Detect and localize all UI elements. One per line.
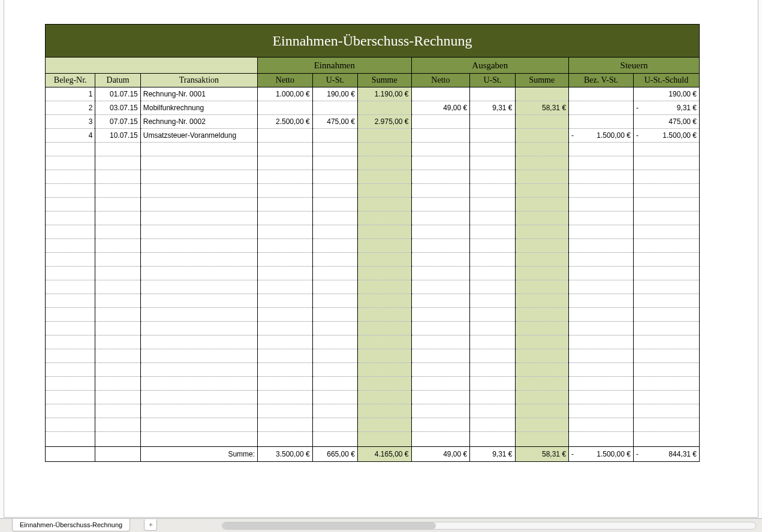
cell-a_ust[interactable]: 9,31 € xyxy=(470,101,515,115)
cell-a_netto[interactable] xyxy=(411,267,470,280)
cell-e_ust[interactable] xyxy=(312,267,357,280)
scrollbar-thumb[interactable] xyxy=(222,522,436,529)
cell-transaktion[interactable] xyxy=(140,280,257,294)
cell-transaktion[interactable] xyxy=(140,211,257,225)
table-row[interactable] xyxy=(46,349,700,363)
cell-beleg[interactable] xyxy=(46,349,95,363)
cell-a_ust[interactable] xyxy=(470,404,515,418)
cell-e_ust[interactable] xyxy=(312,349,357,363)
cell-e_summe[interactable] xyxy=(357,322,411,335)
cell-e_summe[interactable] xyxy=(357,101,411,115)
cell-e_ust[interactable] xyxy=(312,322,357,335)
cell-ust_schuld[interactable] xyxy=(633,184,699,198)
cell-a_summe[interactable] xyxy=(515,294,569,308)
cell-e_summe[interactable] xyxy=(357,156,411,170)
cell-a_summe[interactable] xyxy=(515,170,569,184)
cell-a_ust[interactable] xyxy=(470,280,515,294)
cell-beleg[interactable] xyxy=(46,211,95,225)
cell-e_summe[interactable] xyxy=(357,143,411,156)
cell-e_summe[interactable] xyxy=(357,184,411,198)
cell-a_summe[interactable] xyxy=(515,280,569,294)
cell-ust_schuld[interactable] xyxy=(633,225,699,239)
cell-a_netto[interactable] xyxy=(411,391,470,404)
cell-ust_schuld[interactable]: 475,00 € xyxy=(633,115,699,129)
table-row[interactable] xyxy=(46,308,700,322)
cell-e_netto[interactable]: 2.500,00 € xyxy=(258,115,313,129)
cell-beleg[interactable] xyxy=(46,170,95,184)
cell-a_ust[interactable] xyxy=(470,211,515,225)
cell-e_ust[interactable] xyxy=(312,308,357,322)
cell-e_ust[interactable] xyxy=(312,198,357,211)
cell-a_ust[interactable] xyxy=(470,129,515,143)
cell-transaktion[interactable] xyxy=(140,267,257,280)
table-row[interactable] xyxy=(46,184,700,198)
cell-e_summe[interactable] xyxy=(357,391,411,404)
cell-a_netto[interactable] xyxy=(411,418,470,432)
cell-bez_vst[interactable] xyxy=(569,184,634,198)
cell-bez_vst[interactable] xyxy=(569,404,634,418)
cell-beleg[interactable] xyxy=(46,391,95,404)
cell-a_netto[interactable] xyxy=(411,404,470,418)
cell-ust_schuld[interactable] xyxy=(633,377,699,391)
cell-e_netto[interactable] xyxy=(258,322,313,335)
cell-e_netto[interactable] xyxy=(258,211,313,225)
cell-a_summe[interactable] xyxy=(515,198,569,211)
cell-a_ust[interactable] xyxy=(470,308,515,322)
cell-datum[interactable] xyxy=(95,308,140,322)
cell-e_ust[interactable]: 190,00 € xyxy=(312,87,357,101)
cell-a_netto[interactable] xyxy=(411,156,470,170)
table-row[interactable] xyxy=(46,391,700,404)
cell-datum[interactable] xyxy=(95,225,140,239)
cell-a_summe[interactable] xyxy=(515,87,569,101)
table-row[interactable] xyxy=(46,239,700,253)
cell-ust_schuld[interactable] xyxy=(633,391,699,404)
cell-e_netto[interactable] xyxy=(258,184,313,198)
table-row[interactable] xyxy=(46,253,700,267)
cell-a_summe[interactable] xyxy=(515,418,569,432)
cell-a_ust[interactable] xyxy=(470,225,515,239)
cell-transaktion[interactable] xyxy=(140,335,257,349)
cell-ust_schuld[interactable] xyxy=(633,170,699,184)
cell-e_ust[interactable] xyxy=(312,143,357,156)
cell-a_ust[interactable] xyxy=(470,239,515,253)
cell-datum[interactable] xyxy=(95,184,140,198)
cell-bez_vst[interactable] xyxy=(569,87,634,101)
cell-a_netto[interactable] xyxy=(411,115,470,129)
cell-e_netto[interactable] xyxy=(258,349,313,363)
cell-e_netto[interactable] xyxy=(258,239,313,253)
cell-bez_vst[interactable] xyxy=(569,253,634,267)
cell-beleg[interactable] xyxy=(46,322,95,335)
cell-a_ust[interactable] xyxy=(470,156,515,170)
cell-datum[interactable] xyxy=(95,267,140,280)
worksheet[interactable]: Einnahmen-Überschuss-Rechnung Einnahmen … xyxy=(45,24,700,462)
cell-transaktion[interactable] xyxy=(140,156,257,170)
cell-datum[interactable] xyxy=(95,377,140,391)
cell-datum[interactable] xyxy=(95,170,140,184)
cell-e_ust[interactable] xyxy=(312,335,357,349)
cell-ust_schuld[interactable] xyxy=(633,363,699,377)
cell-bez_vst[interactable] xyxy=(569,211,634,225)
cell-a_summe[interactable] xyxy=(515,267,569,280)
cell-transaktion[interactable] xyxy=(140,253,257,267)
cell-transaktion[interactable] xyxy=(140,377,257,391)
cell-e_netto[interactable] xyxy=(258,308,313,322)
horizontal-scrollbar[interactable] xyxy=(222,522,756,530)
cell-e_ust[interactable] xyxy=(312,377,357,391)
cell-a_ust[interactable] xyxy=(470,363,515,377)
cell-datum[interactable] xyxy=(95,239,140,253)
cell-beleg[interactable]: 1 xyxy=(46,87,95,101)
cell-transaktion[interactable]: Mobilfunkrechnung xyxy=(140,101,257,115)
cell-e_summe[interactable] xyxy=(357,363,411,377)
cell-e_summe[interactable] xyxy=(357,418,411,432)
cell-e_netto[interactable] xyxy=(258,404,313,418)
cell-transaktion[interactable] xyxy=(140,184,257,198)
cell-ust_schuld[interactable] xyxy=(633,418,699,432)
cell-bez_vst[interactable] xyxy=(569,170,634,184)
cell-beleg[interactable] xyxy=(46,280,95,294)
table-row[interactable] xyxy=(46,225,700,239)
cell-e_ust[interactable] xyxy=(312,101,357,115)
cell-e_netto[interactable] xyxy=(258,170,313,184)
cell-a_ust[interactable] xyxy=(470,253,515,267)
table-row[interactable] xyxy=(46,335,700,349)
cell-beleg[interactable]: 3 xyxy=(46,115,95,129)
